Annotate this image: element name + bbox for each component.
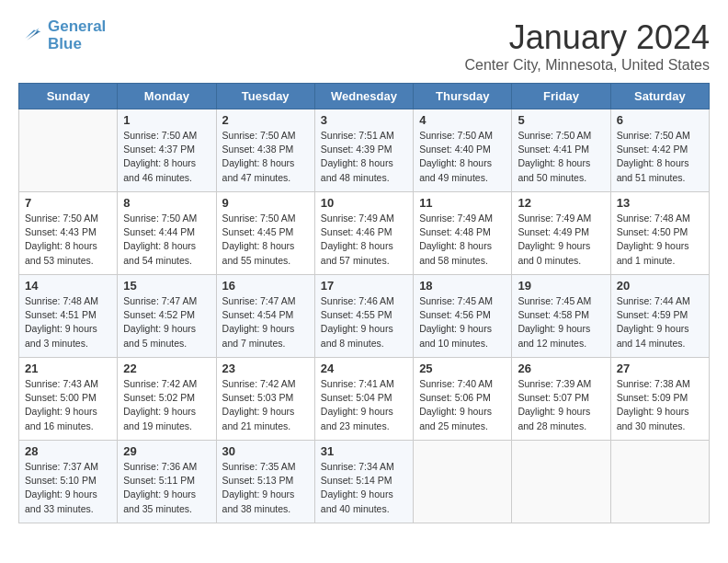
calendar-cell: 8Sunrise: 7:50 AM Sunset: 4:44 PM Daylig… (118, 192, 216, 275)
day-info: Sunrise: 7:50 AM Sunset: 4:42 PM Dayligh… (617, 129, 703, 185)
weekday-header-friday: Friday (512, 84, 610, 109)
calendar-cell: 28Sunrise: 7:37 AM Sunset: 5:10 PM Dayli… (19, 441, 118, 523)
calendar-cell: 26Sunrise: 7:39 AM Sunset: 5:07 PM Dayli… (512, 358, 610, 441)
logo: General Blue (18, 18, 106, 52)
calendar-cell: 13Sunrise: 7:48 AM Sunset: 4:50 PM Dayli… (610, 192, 709, 275)
calendar-cell: 19Sunrise: 7:45 AM Sunset: 4:58 PM Dayli… (512, 275, 610, 358)
calendar-cell (512, 441, 610, 523)
day-number: 18 (419, 279, 506, 293)
day-info: Sunrise: 7:50 AM Sunset: 4:45 PM Dayligh… (222, 212, 309, 268)
day-number: 25 (419, 362, 506, 375)
day-info: Sunrise: 7:38 AM Sunset: 5:09 PM Dayligh… (617, 377, 703, 433)
day-number: 19 (518, 279, 604, 293)
calendar-cell: 11Sunrise: 7:49 AM Sunset: 4:48 PM Dayli… (414, 192, 512, 275)
day-info: Sunrise: 7:37 AM Sunset: 5:10 PM Dayligh… (25, 460, 111, 516)
weekday-header-thursday: Thursday (414, 84, 512, 109)
day-info: Sunrise: 7:50 AM Sunset: 4:40 PM Dayligh… (419, 129, 506, 185)
calendar-cell: 12Sunrise: 7:49 AM Sunset: 4:49 PM Dayli… (512, 192, 610, 275)
calendar-cell: 1Sunrise: 7:50 AM Sunset: 4:37 PM Daylig… (118, 109, 216, 192)
day-info: Sunrise: 7:47 AM Sunset: 4:54 PM Dayligh… (222, 294, 309, 350)
calendar-week-row: 28Sunrise: 7:37 AM Sunset: 5:10 PM Dayli… (19, 441, 710, 523)
day-number: 21 (25, 362, 111, 375)
day-number: 5 (518, 113, 604, 127)
day-number: 20 (617, 279, 703, 293)
day-info: Sunrise: 7:42 AM Sunset: 5:02 PM Dayligh… (123, 377, 210, 433)
calendar-week-row: 21Sunrise: 7:43 AM Sunset: 5:00 PM Dayli… (19, 358, 710, 441)
calendar-cell: 31Sunrise: 7:34 AM Sunset: 5:14 PM Dayli… (314, 441, 413, 523)
day-info: Sunrise: 7:35 AM Sunset: 5:13 PM Dayligh… (222, 460, 309, 516)
calendar-cell: 30Sunrise: 7:35 AM Sunset: 5:13 PM Dayli… (216, 441, 314, 523)
calendar-cell: 24Sunrise: 7:41 AM Sunset: 5:04 PM Dayli… (314, 358, 413, 441)
day-info: Sunrise: 7:48 AM Sunset: 4:50 PM Dayligh… (617, 212, 703, 268)
day-info: Sunrise: 7:50 AM Sunset: 4:44 PM Dayligh… (123, 212, 210, 268)
day-info: Sunrise: 7:34 AM Sunset: 5:14 PM Dayligh… (321, 460, 407, 516)
calendar-week-row: 7Sunrise: 7:50 AM Sunset: 4:43 PM Daylig… (19, 192, 710, 275)
calendar-title: January 2024 (465, 18, 711, 57)
calendar-cell: 15Sunrise: 7:47 AM Sunset: 4:52 PM Dayli… (118, 275, 216, 358)
day-info: Sunrise: 7:44 AM Sunset: 4:59 PM Dayligh… (617, 294, 703, 350)
day-number: 27 (617, 362, 703, 375)
day-info: Sunrise: 7:51 AM Sunset: 4:39 PM Dayligh… (321, 129, 407, 185)
title-block: January 2024 Center City, Minnesota, Uni… (465, 18, 711, 74)
calendar-week-row: 14Sunrise: 7:48 AM Sunset: 4:51 PM Dayli… (19, 275, 710, 358)
calendar-cell: 3Sunrise: 7:51 AM Sunset: 4:39 PM Daylig… (314, 109, 413, 192)
day-info: Sunrise: 7:49 AM Sunset: 4:49 PM Dayligh… (518, 212, 604, 268)
day-number: 1 (123, 113, 210, 127)
calendar-cell: 14Sunrise: 7:48 AM Sunset: 4:51 PM Dayli… (19, 275, 118, 358)
day-number: 31 (321, 444, 407, 458)
calendar-subtitle: Center City, Minnesota, United States (465, 57, 711, 74)
calendar-cell: 21Sunrise: 7:43 AM Sunset: 5:00 PM Dayli… (19, 358, 118, 441)
calendar-cell: 7Sunrise: 7:50 AM Sunset: 4:43 PM Daylig… (19, 192, 118, 275)
weekday-header-tuesday: Tuesday (216, 84, 314, 109)
calendar-cell: 25Sunrise: 7:40 AM Sunset: 5:06 PM Dayli… (414, 358, 512, 441)
logo-icon (18, 23, 44, 49)
day-info: Sunrise: 7:50 AM Sunset: 4:41 PM Dayligh… (518, 129, 604, 185)
calendar-cell: 23Sunrise: 7:42 AM Sunset: 5:03 PM Dayli… (216, 358, 314, 441)
day-number: 12 (518, 196, 604, 210)
calendar-cell: 2Sunrise: 7:50 AM Sunset: 4:38 PM Daylig… (216, 109, 314, 192)
day-number: 10 (321, 196, 407, 210)
day-number: 24 (321, 362, 407, 375)
calendar-cell: 18Sunrise: 7:45 AM Sunset: 4:56 PM Dayli… (414, 275, 512, 358)
day-number: 15 (123, 279, 210, 293)
calendar-cell: 20Sunrise: 7:44 AM Sunset: 4:59 PM Dayli… (610, 275, 709, 358)
day-number: 2 (222, 113, 309, 127)
day-info: Sunrise: 7:48 AM Sunset: 4:51 PM Dayligh… (25, 294, 111, 350)
calendar-cell (610, 441, 709, 523)
calendar-cell: 9Sunrise: 7:50 AM Sunset: 4:45 PM Daylig… (216, 192, 314, 275)
day-number: 3 (321, 113, 407, 127)
day-info: Sunrise: 7:36 AM Sunset: 5:11 PM Dayligh… (123, 460, 210, 516)
day-info: Sunrise: 7:50 AM Sunset: 4:43 PM Dayligh… (25, 212, 111, 268)
day-info: Sunrise: 7:43 AM Sunset: 5:00 PM Dayligh… (25, 377, 111, 433)
day-info: Sunrise: 7:47 AM Sunset: 4:52 PM Dayligh… (123, 294, 210, 350)
day-info: Sunrise: 7:40 AM Sunset: 5:06 PM Dayligh… (419, 377, 506, 433)
calendar-cell: 17Sunrise: 7:46 AM Sunset: 4:55 PM Dayli… (314, 275, 413, 358)
calendar-header: SundayMondayTuesdayWednesdayThursdayFrid… (19, 84, 710, 109)
day-info: Sunrise: 7:39 AM Sunset: 5:07 PM Dayligh… (518, 377, 604, 433)
calendar-cell: 4Sunrise: 7:50 AM Sunset: 4:40 PM Daylig… (414, 109, 512, 192)
day-number: 9 (222, 196, 309, 210)
day-info: Sunrise: 7:42 AM Sunset: 5:03 PM Dayligh… (222, 377, 309, 433)
day-number: 22 (123, 362, 210, 375)
day-number: 14 (25, 279, 111, 293)
calendar-cell: 29Sunrise: 7:36 AM Sunset: 5:11 PM Dayli… (118, 441, 216, 523)
calendar-week-row: 1Sunrise: 7:50 AM Sunset: 4:37 PM Daylig… (19, 109, 710, 192)
day-number: 7 (25, 196, 111, 210)
calendar-table: SundayMondayTuesdayWednesdayThursdayFrid… (18, 83, 710, 523)
day-number: 4 (419, 113, 506, 127)
calendar-cell (19, 109, 118, 192)
weekday-header-wednesday: Wednesday (314, 84, 413, 109)
day-info: Sunrise: 7:49 AM Sunset: 4:46 PM Dayligh… (321, 212, 407, 268)
day-number: 16 (222, 279, 309, 293)
calendar-cell: 16Sunrise: 7:47 AM Sunset: 4:54 PM Dayli… (216, 275, 314, 358)
day-info: Sunrise: 7:50 AM Sunset: 4:38 PM Dayligh… (222, 129, 309, 185)
calendar-cell (414, 441, 512, 523)
day-info: Sunrise: 7:50 AM Sunset: 4:37 PM Dayligh… (123, 129, 210, 185)
day-number: 6 (617, 113, 703, 127)
day-number: 11 (419, 196, 506, 210)
day-number: 29 (123, 444, 210, 458)
calendar-cell: 22Sunrise: 7:42 AM Sunset: 5:02 PM Dayli… (118, 358, 216, 441)
day-number: 26 (518, 362, 604, 375)
weekday-header-sunday: Sunday (19, 84, 118, 109)
day-number: 17 (321, 279, 407, 293)
